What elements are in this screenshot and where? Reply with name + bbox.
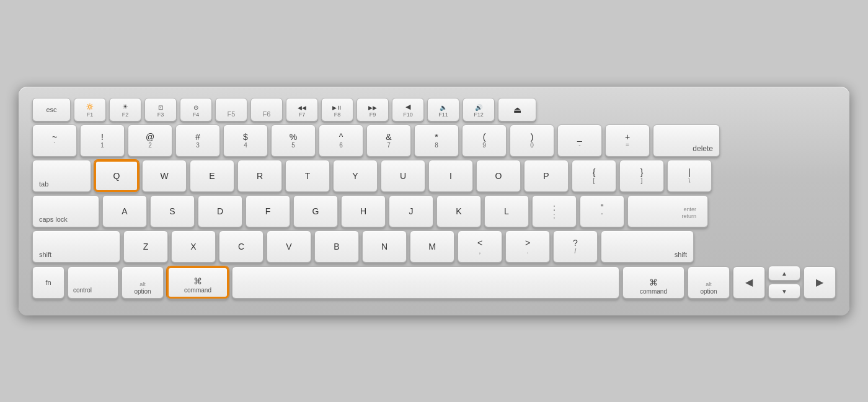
z-key[interactable]: Z <box>123 230 168 263</box>
t-key[interactable]: T <box>285 160 330 192</box>
semicolon-key[interactable]: : ; <box>532 195 577 227</box>
b-key[interactable]: B <box>314 230 359 263</box>
quote-key[interactable]: " ' <box>580 195 624 227</box>
esc-key[interactable]: esc <box>32 98 71 121</box>
command-right-key[interactable]: ⌘ command <box>622 266 684 299</box>
u-key[interactable]: U <box>381 160 425 192</box>
bottom-row: fn control alt option ⌘ command ⌘ comman… <box>32 266 836 299</box>
2-key[interactable]: @ 2 <box>128 125 172 157</box>
pipe-key[interactable]: | \ <box>667 160 712 192</box>
4-key[interactable]: $ 4 <box>223 125 268 157</box>
f8-key[interactable]: ▶⏸ F8 <box>321 98 353 121</box>
f2-key[interactable]: ☀ F2 <box>109 98 141 121</box>
f1-key[interactable]: 🔅 F1 <box>74 98 106 121</box>
w-key[interactable]: W <box>142 160 187 192</box>
f12-key[interactable]: 🔊 F12 <box>463 98 495 121</box>
d-key[interactable]: D <box>198 195 242 227</box>
f3-key[interactable]: ⊡ F3 <box>144 98 177 121</box>
lbracket-key[interactable]: { [ <box>572 160 616 192</box>
c-key[interactable]: C <box>219 230 264 263</box>
zxcv-row: shift Z X C V B N M < , <box>32 230 836 263</box>
tilde-key[interactable]: ~ ` <box>32 125 77 157</box>
keyboard: esc 🔅 F1 ☀ F2 ⊡ F3 ⊙ F4 <box>19 87 849 315</box>
shift-right-key[interactable]: shift <box>601 230 694 263</box>
m-key[interactable]: M <box>410 230 454 263</box>
f5-key[interactable]: F5 <box>215 98 247 121</box>
f4-key[interactable]: ⊙ F4 <box>180 98 212 121</box>
delete-key[interactable]: delete <box>653 125 720 157</box>
arrow-down-key[interactable]: ▼ <box>768 284 800 299</box>
3-key[interactable]: # 3 <box>175 125 220 157</box>
minus-key[interactable]: _ - <box>557 125 602 157</box>
return-key[interactable]: enter return <box>627 195 708 227</box>
j-key[interactable]: J <box>389 195 433 227</box>
i-key[interactable]: I <box>428 160 473 192</box>
5-key[interactable]: % 5 <box>271 125 316 157</box>
a-key[interactable]: A <box>102 195 147 227</box>
qwerty-row: tab Q W E R T Y U I O P <box>32 160 836 192</box>
option-left-key[interactable]: alt option <box>122 266 164 299</box>
n-key[interactable]: N <box>362 230 407 263</box>
fn-key[interactable]: fn <box>32 266 64 299</box>
eject-key[interactable]: ⏏ <box>498 98 536 121</box>
h-key[interactable]: H <box>341 195 386 227</box>
p-key[interactable]: P <box>524 160 569 192</box>
rbracket-key[interactable]: } ] <box>619 160 664 192</box>
capslock-key[interactable]: caps lock <box>32 195 99 227</box>
f6-key[interactable]: F6 <box>250 98 283 121</box>
q-key[interactable]: Q <box>94 160 139 192</box>
f10-key[interactable]: ◀ F10 <box>392 98 424 121</box>
l-key[interactable]: L <box>484 195 529 227</box>
f11-key[interactable]: 🔈 F11 <box>427 98 459 121</box>
8-key[interactable]: * 8 <box>414 125 459 157</box>
space-key[interactable] <box>232 266 619 299</box>
7-key[interactable]: & 7 <box>366 125 411 157</box>
arrow-up-key[interactable]: ▲ <box>768 266 800 281</box>
period-key[interactable]: > . <box>505 230 550 263</box>
shift-left-key[interactable]: shift <box>32 230 120 263</box>
arrow-ud-group: ▲ ▼ <box>768 266 800 299</box>
arrow-left-key[interactable]: ◀ <box>733 266 765 299</box>
equals-key[interactable]: + = <box>605 125 650 157</box>
tab-key[interactable]: tab <box>32 160 91 192</box>
comma-key[interactable]: < , <box>458 230 502 263</box>
slash-key[interactable]: ? / <box>553 230 598 263</box>
fn-row: esc 🔅 F1 ☀ F2 ⊡ F3 ⊙ F4 <box>32 98 836 121</box>
command-left-key[interactable]: ⌘ command <box>167 266 229 299</box>
x-key[interactable]: X <box>171 230 216 263</box>
control-key[interactable]: control <box>68 266 118 299</box>
e-key[interactable]: E <box>190 160 234 192</box>
o-key[interactable]: O <box>476 160 521 192</box>
g-key[interactable]: G <box>293 195 338 227</box>
f7-key[interactable]: ◀◀ F7 <box>286 98 318 121</box>
s-key[interactable]: S <box>150 195 195 227</box>
y-key[interactable]: Y <box>333 160 378 192</box>
option-right-key[interactable]: alt option <box>688 266 730 299</box>
9-key[interactable]: ( 9 <box>462 125 507 157</box>
f9-key[interactable]: ▶▶ F9 <box>356 98 389 121</box>
arrow-right-key[interactable]: ▶ <box>804 266 836 299</box>
number-row: ~ ` ! 1 @ 2 # 3 $ 4 <box>32 125 836 157</box>
0-key[interactable]: ) 0 <box>510 125 554 157</box>
r-key[interactable]: R <box>237 160 282 192</box>
asdf-row: caps lock A S D F G H J K L : <box>32 195 836 227</box>
k-key[interactable]: K <box>436 195 481 227</box>
1-key[interactable]: ! 1 <box>80 125 125 157</box>
6-key[interactable]: ^ 6 <box>319 125 363 157</box>
v-key[interactable]: V <box>267 230 311 263</box>
f-key[interactable]: F <box>246 195 290 227</box>
